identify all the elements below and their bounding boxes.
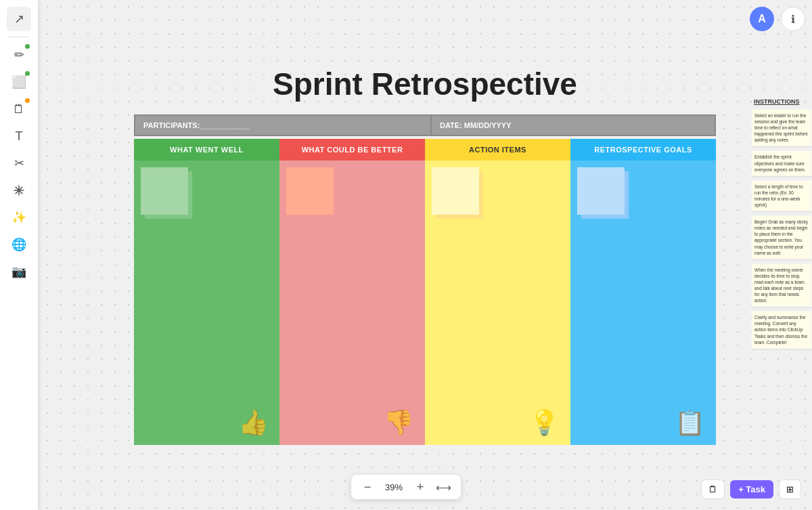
instr-step-5: When the meeting owner decides its time …: [751, 263, 812, 307]
media-tool[interactable]: 📷: [7, 259, 31, 284]
col-header-could-be-better: WHAT COULD BE BETTER: [279, 139, 425, 161]
whiteboard-button[interactable]: 🗒: [701, 480, 725, 499]
zoom-toolbar: − 39% + ⟷: [351, 475, 461, 499]
pen-tool[interactable]: ✏: [7, 43, 31, 67]
freeze-tool[interactable]: [7, 178, 31, 203]
instr-step-6: Clarify and summarize the meeting. Conve…: [751, 311, 812, 348]
date-field[interactable]: DATE: MM/DD/YYYY: [432, 114, 716, 136]
toolbar-divider: [8, 37, 30, 37]
zoom-fit-button[interactable]: ⟷: [434, 479, 453, 495]
avatar[interactable]: A: [750, 7, 774, 31]
instructions-header: INSTRUCTIONS: [751, 98, 812, 105]
ai-tool[interactable]: ✨: [7, 205, 31, 230]
note-tool[interactable]: 🗒: [7, 97, 31, 121]
left-toolbar: ↗ ✏ ⬜ 🗒 T ✂ ✨ 🌐 📷: [0, 0, 38, 510]
col-body-action-items[interactable]: 💡: [425, 161, 570, 445]
sticky-stack-green: [141, 167, 195, 221]
col-body-could-be-better[interactable]: 👎: [279, 161, 425, 445]
instr-step-4: Begin! Grab as many sticky notes as need…: [751, 215, 812, 259]
participants-field[interactable]: PARTICIPANTS:____________: [134, 114, 432, 136]
top-right-actions: A ℹ: [750, 7, 805, 31]
shape-dot: [25, 71, 30, 76]
sticky-stack-yellow: [432, 167, 486, 221]
thumbup-icon: 👍: [238, 408, 269, 437]
col-header-retro-goals: RETROSPECTIVE GOALS: [570, 139, 716, 161]
column-went-well: WHAT WENT WELL 👍: [134, 139, 279, 445]
grid-button[interactable]: ⊞: [779, 480, 801, 499]
column-retro-goals: RETROSPECTIVE GOALS 📋: [570, 139, 716, 445]
info-button[interactable]: ℹ: [781, 7, 805, 31]
col-body-went-well[interactable]: 👍: [134, 161, 279, 445]
columns: WHAT WENT WELL 👍 WHAT COULD BE BETTER: [134, 139, 716, 445]
pen-dot: [25, 44, 30, 49]
sticky-stack-blue: [577, 167, 631, 221]
canvas-area: Sprint Retrospective PARTICIPANTS:______…: [38, 0, 812, 510]
col-header-went-well: WHAT WENT WELL: [134, 139, 279, 161]
note-dot: [25, 98, 30, 103]
bottom-right-actions: 🗒 + Task ⊞: [701, 480, 801, 499]
col-body-retro-goals[interactable]: 📋: [570, 161, 716, 445]
column-could-be-better: WHAT COULD BE BETTER 👎: [279, 139, 425, 445]
instr-step-3: Select a length of time to run the retro…: [751, 180, 812, 211]
scissors-tool[interactable]: ✂: [7, 151, 31, 175]
bulb-icon: 💡: [529, 408, 560, 437]
clipboard-icon: 📋: [675, 408, 705, 437]
shape-tool[interactable]: ⬜: [7, 70, 31, 94]
zoom-level: 39%: [381, 482, 407, 492]
column-action-items: ACTION ITEMS 💡: [425, 139, 570, 445]
text-tool[interactable]: T: [7, 124, 31, 148]
col-header-action-items: ACTION ITEMS: [425, 139, 570, 161]
zoom-out-button[interactable]: −: [359, 479, 376, 495]
zoom-in-button[interactable]: +: [412, 479, 428, 495]
board: Sprint Retrospective PARTICIPANTS:______…: [134, 66, 716, 445]
instructions-panel: INSTRUCTIONS Select an leader to run the…: [751, 98, 812, 349]
thumbdown-icon: 👎: [384, 408, 414, 437]
instr-step-1: Select an leader to run the session and …: [751, 109, 812, 146]
sticky-stack-red: [286, 167, 340, 221]
instr-step-2: Establish the sprint objectives and make…: [751, 150, 812, 175]
globe-tool[interactable]: 🌐: [7, 232, 31, 257]
add-task-button[interactable]: + Task: [730, 480, 773, 498]
cursor-tool[interactable]: ↗: [7, 7, 31, 31]
board-title: Sprint Retrospective: [134, 66, 716, 102]
board-meta: PARTICIPANTS:____________ DATE: MM/DD/YY…: [134, 114, 716, 136]
